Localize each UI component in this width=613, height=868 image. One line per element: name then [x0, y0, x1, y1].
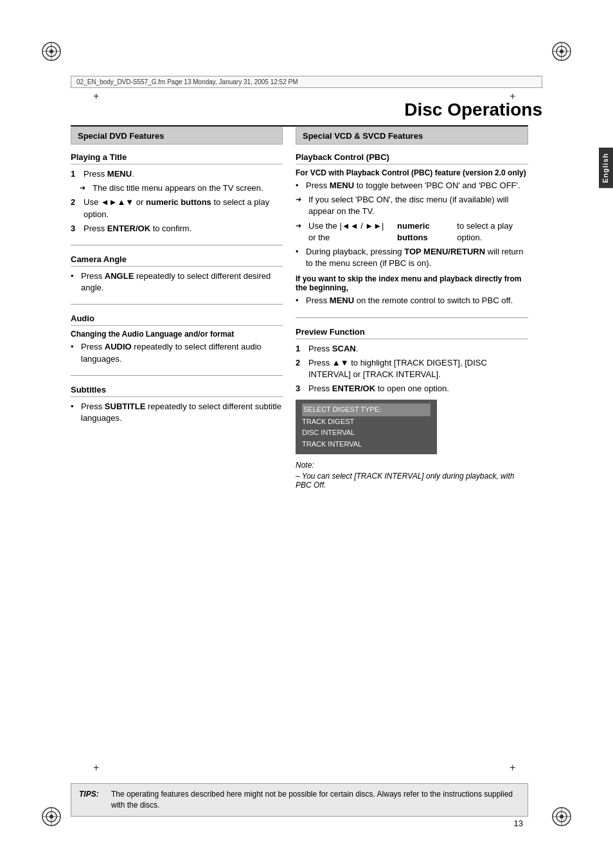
file-path: 02_EN_body_DVD-S557_G.fm Page 13 Monday,…: [71, 76, 542, 88]
subtitles-section: Subtitles Press SUBTITLE repeatedly to s…: [71, 385, 283, 434]
camera-angle-list: Press ANGLE repeatedly to select differe…: [71, 270, 283, 294]
list-item: During playback, pressing TOP MENU/RETUR…: [296, 246, 528, 269]
list-text: Press MENU to toggle between 'PBC ON' an…: [306, 180, 520, 191]
right-column: Special VCD & SVCD Features Playback Con…: [296, 127, 528, 797]
list-item: 3 Press ENTER/OK to confirm.: [71, 223, 283, 235]
preview-function-section: Preview Function 1 Press SCAN. 2 Press ▲…: [296, 327, 528, 497]
preview-function-heading: Preview Function: [296, 327, 528, 339]
tips-text: The operating features described here mi…: [111, 789, 520, 811]
audio-subheading: Changing the Audio Language and/or forma…: [71, 330, 283, 339]
list-text: Press MENU on the remote control to swit…: [306, 295, 513, 306]
list-number: 2: [296, 357, 305, 380]
columns: Special DVD Features Playing a Title 1 P…: [71, 127, 528, 797]
right-section-header: Special VCD & SVCD Features: [296, 127, 528, 145]
list-number: 1: [296, 343, 305, 355]
arrow-item-2: Use the |◄◄ / ►►| or the numeric buttons…: [296, 220, 528, 244]
camera-angle-heading: Camera Angle: [71, 254, 283, 267]
corner-ornament-br: [549, 804, 574, 829]
list-item: Press MENU to toggle between 'PBC ON' an…: [296, 180, 528, 191]
left-section-header: Special DVD Features: [71, 127, 283, 145]
title-rule: [71, 125, 528, 127]
audio-section: Audio Changing the Audio Language and/or…: [71, 314, 283, 375]
crosshair-tl: [93, 93, 103, 103]
corner-ornament-tr: [549, 39, 574, 64]
arrow-item-1: If you select 'PBC ON', the disc menu (i…: [296, 194, 528, 217]
playback-control-heading: Playback Control (PBC): [296, 152, 528, 164]
list-item: The disc title menu appears on the TV sc…: [80, 182, 283, 194]
page-number: 13: [514, 819, 523, 828]
list-item: 1 Press SCAN.: [296, 343, 528, 355]
camera-angle-section: Camera Angle Press ANGLE repeatedly to s…: [71, 254, 283, 305]
list-text: Use ◄►▲▼ or numeric buttons to select a …: [84, 197, 283, 220]
list-item: Press MENU on the remote control to swit…: [296, 295, 528, 306]
list-item: Press AUDIO repeatedly to select differe…: [71, 341, 283, 364]
left-column: Special DVD Features Playing a Title 1 P…: [71, 127, 283, 797]
list-text: Press ▲▼ to highlight [TRACK DIGEST], [D…: [308, 357, 528, 380]
list-text: Press ANGLE repeatedly to select differe…: [81, 270, 283, 294]
arrow-item: The disc title menu appears on the TV sc…: [80, 182, 283, 194]
list-item: 3 Press ENTER/OK to open one option.: [296, 383, 528, 394]
note-label: Note:: [296, 461, 528, 470]
digest-option-1: TRACK DIGEST: [302, 416, 431, 428]
list-text: Press SCAN.: [308, 343, 358, 355]
list-number: 3: [71, 223, 80, 235]
note-text: – You can select [TRACK INTERVAL] only d…: [296, 472, 528, 490]
content-area: Special DVD Features Playing a Title 1 P…: [71, 127, 528, 797]
list-item: Press ANGLE repeatedly to select differe…: [71, 270, 283, 294]
pbc-bullet-list: Press MENU to toggle between 'PBC ON' an…: [296, 180, 528, 191]
list-item: Press SUBTITLE repeatedly to select diff…: [71, 401, 283, 424]
preview-list: 1 Press SCAN. 2 Press ▲▼ to highlight [T…: [296, 343, 528, 395]
list-item: 2 Press ▲▼ to highlight [TRACK DIGEST], …: [296, 357, 528, 380]
list-text: Press AUDIO repeatedly to select differe…: [81, 341, 283, 364]
language-tab: English: [599, 148, 613, 188]
list-text: Press ENTER/OK to open one option.: [308, 383, 449, 394]
digest-label: SELECT DIGEST TYPE:: [302, 403, 431, 416]
list-text: During playback, pressing TOP MENU/RETUR…: [306, 246, 528, 269]
pbc-bullet-list-2: During playback, pressing TOP MENU/RETUR…: [296, 246, 528, 269]
list-item: 2 Use ◄►▲▼ or numeric buttons to select …: [71, 197, 283, 220]
list-text: Press ENTER/OK to confirm.: [84, 223, 191, 235]
playback-control-section: Playback Control (PBC) For VCD with Play…: [296, 152, 528, 318]
list-item: 1 Press MENU.: [71, 168, 283, 180]
note-section: Note: – You can select [TRACK INTERVAL] …: [296, 461, 528, 490]
audio-heading: Audio: [71, 314, 283, 326]
list-text: Press SUBTITLE repeatedly to select diff…: [81, 401, 283, 424]
page-title: Disc Operations: [404, 100, 542, 120]
tips-label: TIPS:: [79, 789, 106, 811]
page: 02_EN_body_DVD-S557_G.fm Page 13 Monday,…: [0, 0, 613, 868]
subtitles-heading: Subtitles: [71, 385, 283, 397]
tips-bar: TIPS: The operating features described h…: [71, 783, 528, 817]
corner-ornament-tl: [39, 39, 64, 64]
digest-box: SELECT DIGEST TYPE: TRACK DIGEST DISC IN…: [296, 400, 437, 454]
list-text: Press MENU.: [84, 168, 134, 180]
audio-list: Press AUDIO repeatedly to select differe…: [71, 341, 283, 364]
pbc-subheading: For VCD with Playback Control (PBC) feat…: [296, 168, 528, 177]
skip-heading: If you want to skip the index menu and p…: [296, 274, 528, 292]
digest-option-3: TRACK INTERVAL: [302, 439, 431, 450]
list-number: 2: [71, 197, 80, 220]
playing-a-title-section: Playing a Title 1 Press MENU. The disc t…: [71, 152, 283, 245]
subtitles-list: Press SUBTITLE repeatedly to select diff…: [71, 401, 283, 424]
list-number: 3: [296, 383, 305, 394]
corner-ornament-bl: [39, 804, 64, 829]
digest-option-2: DISC INTERVAL: [302, 427, 431, 439]
playing-a-title-heading: Playing a Title: [71, 152, 283, 164]
list-number: 1: [71, 168, 80, 180]
playing-a-title-list: 1 Press MENU. The disc title menu appear…: [71, 168, 283, 235]
skip-list: Press MENU on the remote control to swit…: [296, 295, 528, 306]
